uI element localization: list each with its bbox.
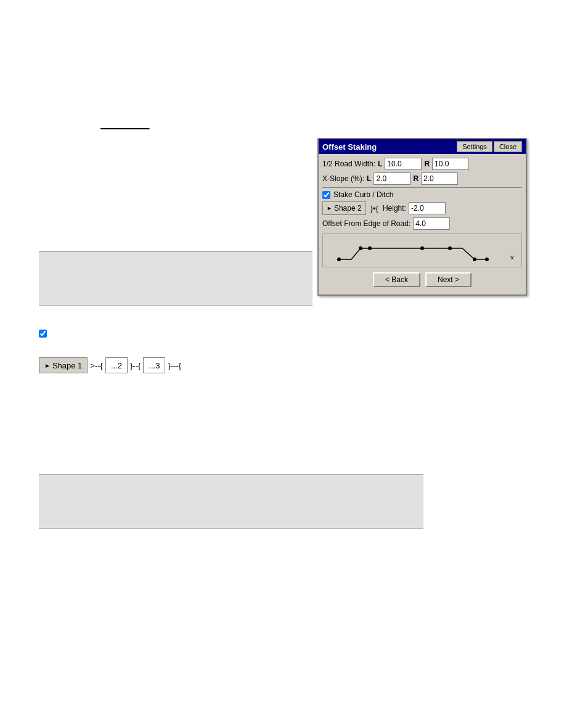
- road-shape-svg: v: [327, 236, 518, 266]
- xslope-r-label: R: [413, 174, 419, 183]
- xslope-l-input[interactable]: [374, 172, 410, 185]
- dialog-title: Offset Staking: [322, 142, 377, 152]
- road-width-l-label: L: [378, 160, 382, 168]
- xslope-row: X-Slope (%): L R: [322, 172, 522, 185]
- box1-label: ...2: [111, 361, 122, 370]
- road-width-r-input[interactable]: [432, 158, 469, 170]
- close-button[interactable]: Close: [494, 141, 522, 152]
- dialog-body: 1/2 Road Width: L R X-Slope (%): L R Sta…: [319, 154, 526, 294]
- road-shape-area: v: [322, 233, 522, 267]
- shape-height-row: ► Shape 2 }•{ Height:: [322, 201, 522, 215]
- end-cap: }---{: [165, 361, 184, 370]
- dialog-footer: < Back Next >: [322, 270, 522, 291]
- svg-point-5: [448, 246, 452, 250]
- stake-curb-label: Stake Curb / Ditch: [333, 190, 393, 199]
- box2-label: ...3: [149, 361, 160, 370]
- svg-text:v: v: [510, 253, 514, 261]
- standalone-checkbox-row: [39, 330, 47, 338]
- shape-button[interactable]: ► Shape 2: [322, 201, 366, 215]
- standalone-checkbox[interactable]: [39, 330, 47, 338]
- offset-label: Offset From Edge of Road:: [322, 219, 410, 228]
- box1-button[interactable]: ...2: [105, 357, 128, 373]
- offset-input[interactable]: [413, 217, 450, 230]
- connector2: }--{: [128, 361, 143, 370]
- shape1-label: Shape 1: [52, 361, 82, 370]
- road-width-r-label: R: [424, 160, 430, 168]
- box2-button[interactable]: ...3: [143, 357, 165, 373]
- stake-curb-row: Stake Curb / Ditch: [322, 190, 522, 199]
- shape-buttons-row: ► Shape 1 >--{ ...2 }--{ ...3 }---{: [39, 357, 184, 373]
- dialog-titlebar: Offset Staking Settings Close: [319, 139, 526, 154]
- road-width-l-input[interactable]: [385, 158, 422, 170]
- settings-button[interactable]: Settings: [457, 141, 492, 152]
- svg-point-6: [473, 258, 476, 261]
- dialog-title-buttons: Settings Close: [457, 141, 522, 152]
- xslope-r-input[interactable]: [421, 172, 458, 185]
- content-box-2: [39, 474, 423, 529]
- shape1-button[interactable]: ► Shape 1: [39, 357, 88, 373]
- height-label: Height:: [383, 204, 406, 213]
- link-text[interactable]: ___________: [100, 120, 150, 129]
- road-width-label: 1/2 Road Width:: [322, 160, 375, 168]
- stake-curb-checkbox[interactable]: [322, 191, 330, 199]
- shape-connector: }•{: [369, 204, 380, 213]
- svg-point-7: [485, 258, 489, 261]
- height-input[interactable]: [409, 202, 446, 214]
- connector1: >--{: [88, 361, 105, 370]
- back-button[interactable]: < Back: [373, 272, 420, 287]
- shape1-arrow: ►: [44, 362, 51, 369]
- road-width-row: 1/2 Road Width: L R: [322, 158, 522, 170]
- offset-staking-dialog: Offset Staking Settings Close 1/2 Road W…: [317, 138, 527, 296]
- next-button[interactable]: Next >: [425, 272, 472, 287]
- content-box-1: [39, 251, 312, 306]
- svg-point-4: [420, 246, 424, 250]
- shape-button-label: Shape 2: [334, 204, 362, 213]
- xslope-l-label: L: [367, 174, 371, 183]
- offset-row: Offset From Edge of Road:: [322, 217, 522, 230]
- separator-1: [322, 187, 522, 188]
- xslope-label: X-Slope (%):: [322, 174, 364, 183]
- svg-point-0: [337, 258, 341, 261]
- svg-point-1: [359, 246, 362, 250]
